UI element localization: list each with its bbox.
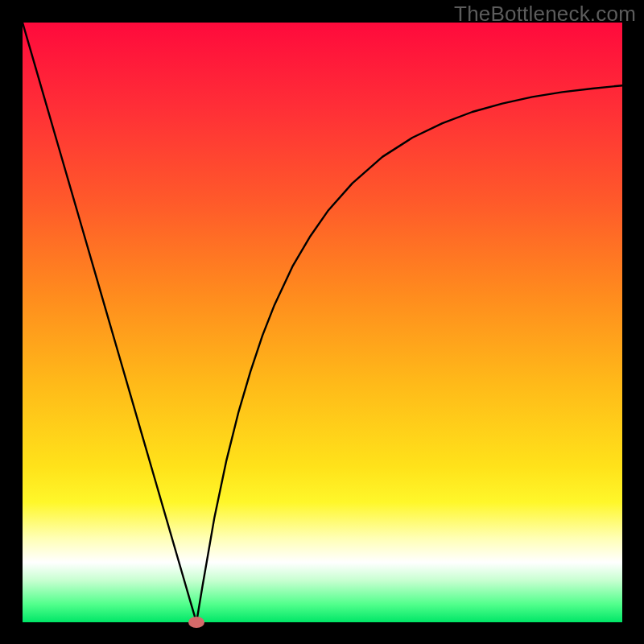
plot-area — [23, 23, 622, 622]
minimum-marker — [188, 617, 204, 628]
bottleneck-curve — [23, 23, 622, 622]
chart-stage: TheBottleneck.com — [0, 0, 644, 644]
